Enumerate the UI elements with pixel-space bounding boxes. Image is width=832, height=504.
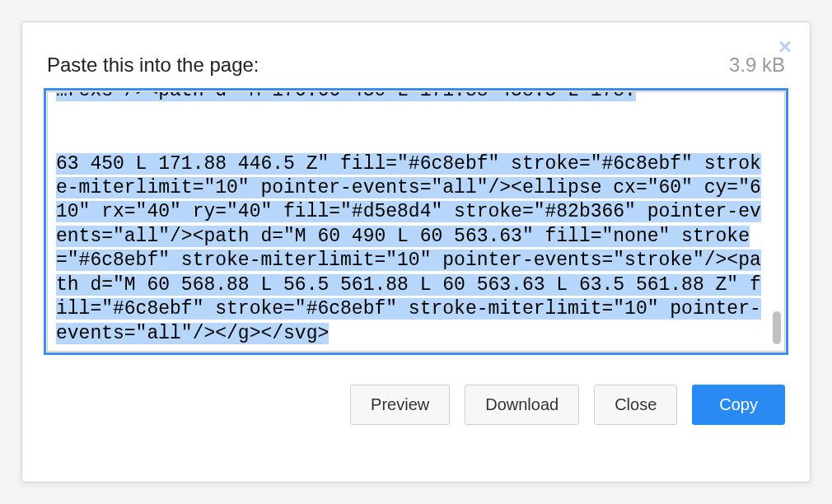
preview-button[interactable]: Preview bbox=[350, 385, 450, 425]
code-textarea-wrapper: …rexs /><path d="M 176.66 450 L 171.88 4… bbox=[47, 91, 785, 352]
download-button[interactable]: Download bbox=[465, 385, 579, 425]
selected-text: 63 450 L 171.88 446.5 Z" fill="#6c8ebf" … bbox=[56, 153, 761, 344]
button-row: Preview Download Close Copy bbox=[47, 385, 785, 425]
textarea-content: 63 450 L 171.88 446.5 Z" fill="#6c8ebf" … bbox=[56, 152, 763, 347]
export-dialog: × Paste this into the page: 3.9 kB …rexs… bbox=[21, 21, 811, 483]
code-textarea[interactable]: …rexs /><path d="M 176.66 450 L 171.88 4… bbox=[47, 91, 785, 352]
dialog-header: Paste this into the page: 3.9 kB bbox=[47, 54, 785, 77]
copy-button[interactable]: Copy bbox=[692, 385, 785, 425]
dialog-label: Paste this into the page: bbox=[47, 54, 259, 77]
close-icon[interactable]: × bbox=[778, 35, 792, 58]
scrollbar-thumb[interactable] bbox=[773, 311, 781, 344]
file-size: 3.9 kB bbox=[729, 54, 785, 77]
close-button[interactable]: Close bbox=[594, 385, 677, 425]
